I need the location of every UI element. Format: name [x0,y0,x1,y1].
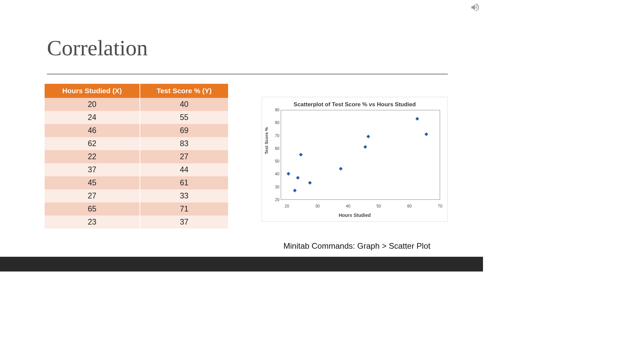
col-header-y: Test Score % (Y) [140,84,228,98]
data-table: Hours Studied (X) Test Score % (Y) 20402… [45,84,228,229]
table-cell: 40 [140,98,228,111]
table-cell: 33 [140,189,228,202]
x-axis-label: Hours Studied [262,213,447,218]
y-axis-label: Test Score % [264,127,269,154]
x-tick: 40 [346,204,350,208]
x-tick: 70 [438,204,442,208]
table-cell: 44 [140,163,228,176]
table-cell: 22 [45,150,140,163]
title-rule [47,74,448,74]
chart-title: Scatterplot of Test Score % vs Hours Stu… [262,97,447,108]
slide-title: Correlation [47,35,148,61]
table-row: 6571 [45,202,228,216]
data-point [415,117,419,120]
table-cell: 71 [140,202,228,216]
y-tick: 70 [271,133,279,138]
table-row: 6283 [45,137,228,150]
table-row: 2337 [45,216,228,229]
scatter-chart: Scatterplot of Test Score % vs Hours Stu… [262,97,448,222]
table-cell: 23 [45,216,140,229]
table-cell: 37 [140,216,228,229]
table-cell: 61 [140,176,228,189]
table-cell: 69 [140,124,228,137]
table-cell: 83 [140,137,228,150]
y-tick: 80 [271,120,279,125]
table-cell: 24 [45,111,140,124]
plot-area [281,110,440,200]
data-point [296,176,300,180]
x-tick: 60 [407,204,412,208]
table-row: 4669 [45,124,228,137]
y-tick: 60 [271,146,279,151]
data-point [293,189,297,192]
table-row: 2455 [45,111,228,124]
x-tick: 20 [285,204,289,208]
y-tick: 50 [271,159,279,164]
data-point [287,172,290,176]
table-cell: 45 [45,176,140,189]
y-tick: 20 [271,197,279,202]
table-cell: 62 [45,137,140,150]
table-row: 2733 [45,189,228,202]
table-cell: 27 [45,189,140,202]
table-cell: 37 [45,163,140,176]
data-point [299,153,303,157]
table-row: 2040 [45,98,228,111]
col-header-x: Hours Studied (X) [45,84,140,98]
data-point [339,167,342,171]
table-cell: 27 [140,150,228,163]
table-row: 3744 [45,163,228,176]
slide-footer-bar [0,257,483,272]
x-tick: 50 [377,204,381,208]
x-tick: 30 [315,204,320,208]
data-point [366,135,370,138]
table-cell: 46 [45,124,140,137]
data-point [308,181,312,185]
table-cell: 65 [45,202,140,216]
y-tick: 40 [271,172,279,176]
y-tick: 90 [271,108,279,112]
table-row: 4561 [45,176,228,189]
table-header-row: Hours Studied (X) Test Score % (Y) [45,84,228,98]
command-caption: Minitab Commands: Graph > Scatter Plot [283,241,430,251]
data-point [363,145,367,149]
table-row: 2227 [45,150,228,163]
speaker-icon [470,3,480,12]
table-cell: 20 [45,98,140,111]
data-point [425,132,428,136]
y-tick: 30 [271,185,279,189]
table-cell: 55 [140,111,228,124]
slide: Correlation Hours Studied (X) Test Score… [0,0,483,272]
